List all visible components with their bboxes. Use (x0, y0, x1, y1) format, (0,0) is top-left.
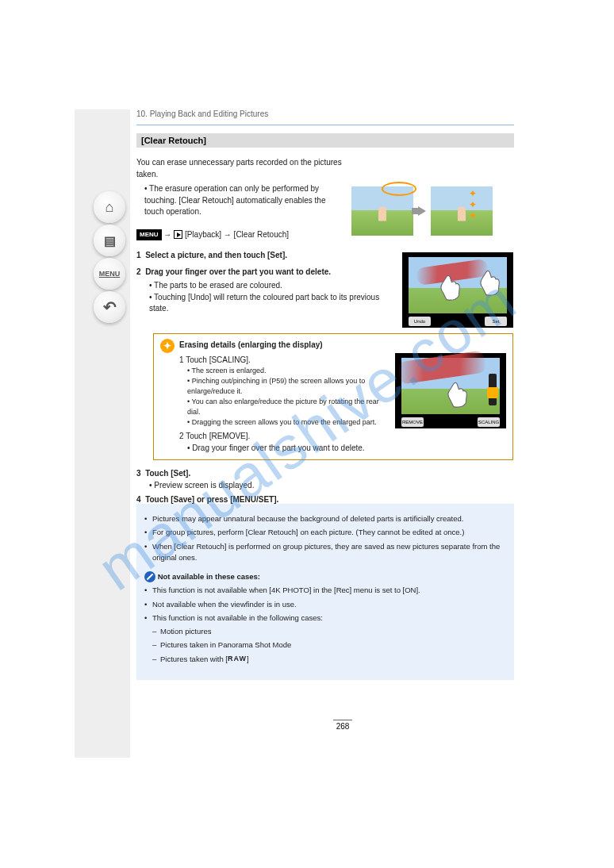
arrow2: → (224, 230, 232, 239)
undo-button: Undo (409, 317, 431, 326)
step-2: 2 Drag your finger over the part you wan… (136, 267, 390, 315)
tip-b3: Dragging the screen allows you to move t… (192, 418, 377, 426)
notes-panel: Pictures may appear unnatural because th… (136, 504, 514, 680)
arrow: → (163, 230, 171, 239)
na-1: Not available when the viewfinder is in … (144, 599, 506, 610)
photo-after: ✦ ✦ ✦ (431, 186, 493, 236)
tip-b1: Pinching out/pinching in (P59) the scree… (187, 377, 365, 395)
lightbulb-icon: ✦ (160, 339, 175, 353)
playback-icon (174, 230, 182, 239)
back-icon[interactable]: ↶ (94, 291, 125, 323)
tip-s3: Drag your finger over the part you want … (192, 444, 364, 452)
na-sub-1: Pictures taken in Panorama Shot Mode (144, 639, 506, 651)
arrow-icon (418, 206, 426, 216)
tip-b0: The screen is enlarged. (192, 367, 267, 374)
section-title: [Clear Retouch] (136, 133, 514, 148)
divider (136, 125, 514, 125)
na-0: This function is not available when [4K … (144, 585, 506, 596)
not-available-icon (144, 571, 155, 582)
set-button: Set (485, 317, 507, 326)
menu-icon[interactable]: MENU (94, 258, 125, 290)
remove-button: REMOVE (401, 417, 424, 427)
chapter-title: Playing Back and Editing Pictures (150, 109, 269, 118)
na-heading: Not available in these cases: (158, 572, 260, 581)
menu-section: [Playback] (185, 230, 221, 239)
home-icon[interactable]: ⌂ (94, 191, 125, 223)
na-2: This function is not available in the fo… (144, 613, 506, 624)
menu-badge: MENU (136, 229, 162, 240)
tip-b2: You can also enlarge/reduce the picture … (187, 398, 379, 416)
note-0: Pictures may appear unnatural because th… (144, 513, 506, 524)
tip-title: Erasing details (enlarging the display) (179, 340, 323, 349)
hand-icon-2 (470, 263, 505, 298)
intro-note: The erasure operation can only be perfor… (144, 184, 325, 216)
chapter-header: 10. Playing Back and Editing Pictures (136, 109, 514, 118)
note-1: For group pictures, perform [Clear Retou… (144, 527, 506, 538)
tip-figure: REMOVE SCALING (395, 353, 506, 428)
contents-icon[interactable]: ▤ (94, 225, 125, 256)
menu-item: [Clear Retouch] (234, 230, 289, 239)
page-number: 268 (333, 720, 352, 731)
photo-before (351, 186, 413, 236)
pinch-hand-icon (438, 375, 473, 410)
na-sub-0: Motion pictures (144, 626, 506, 637)
tip-box: ✦ Erasing details (enlarging the display… (153, 333, 513, 460)
na-sub-2: Pictures taken with [RAW] (144, 654, 506, 665)
hand-icon (431, 268, 466, 303)
before-after-figure: ✦ ✦ ✦ (351, 186, 493, 236)
scaling-button: SCALING (478, 417, 500, 427)
note-2: When [Clear Retouch] is performed on gro… (144, 541, 506, 564)
intro-line: You can erase unnecessary parts recorded… (136, 157, 343, 180)
intro-text: You can erase unnecessary parts recorded… (136, 157, 343, 218)
step2-figure: Undo Set (402, 252, 513, 328)
step3-note: Preview screen is displayed. (154, 481, 254, 490)
step2-b2: Touching [Undo] will return the coloured… (149, 293, 379, 313)
step2-b1: The parts to be erased are coloured. (154, 281, 282, 290)
chapter-number: 10. (136, 109, 148, 118)
tip-s1: Touch [SCALING]. (186, 355, 251, 364)
step4-title: Touch [Save] or press [MENU/SET]. (145, 495, 278, 504)
tip-s2: Touch [REMOVE]. (186, 432, 250, 440)
